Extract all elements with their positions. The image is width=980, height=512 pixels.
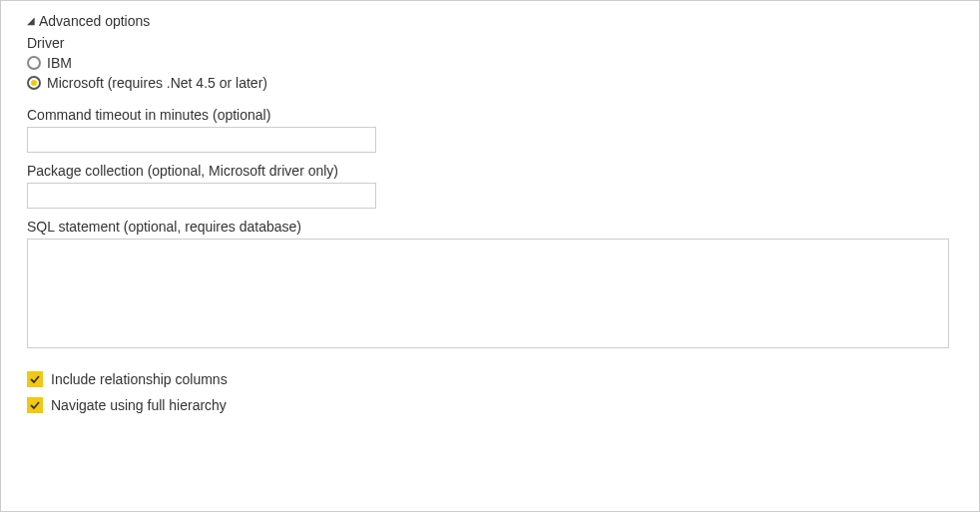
radio-icon xyxy=(27,76,41,90)
navigate-hierarchy-checkbox[interactable]: Navigate using full hierarchy xyxy=(27,397,953,413)
package-collection-input[interactable] xyxy=(27,183,376,209)
package-collection-group: Package collection (optional, Microsoft … xyxy=(27,163,953,209)
timeout-label: Command timeout in minutes (optional) xyxy=(27,107,953,123)
sql-statement-label: SQL statement (optional, requires databa… xyxy=(27,219,953,235)
advanced-options-expander[interactable]: ◢ Advanced options xyxy=(27,13,953,29)
radio-icon xyxy=(27,56,41,70)
radio-dot-icon xyxy=(31,80,37,86)
driver-group: Driver IBM Microsoft (requires .Net 4.5 … xyxy=(27,35,953,91)
timeout-group: Command timeout in minutes (optional) xyxy=(27,107,953,153)
timeout-input[interactable] xyxy=(27,127,376,153)
checkbox-icon xyxy=(27,371,43,387)
include-relationship-checkbox[interactable]: Include relationship columns xyxy=(27,371,953,387)
include-relationship-label: Include relationship columns xyxy=(51,371,228,387)
driver-ibm-label: IBM xyxy=(47,55,72,71)
advanced-options-panel: ◢ Advanced options Driver IBM Microsoft … xyxy=(0,0,980,512)
driver-microsoft-radio[interactable]: Microsoft (requires .Net 4.5 or later) xyxy=(27,75,953,91)
checkmark-icon xyxy=(29,373,41,385)
package-collection-label: Package collection (optional, Microsoft … xyxy=(27,163,953,179)
driver-microsoft-label: Microsoft (requires .Net 4.5 or later) xyxy=(47,75,267,91)
sql-statement-input[interactable] xyxy=(27,239,949,348)
sql-statement-group: SQL statement (optional, requires databa… xyxy=(27,219,953,351)
expander-arrow-icon: ◢ xyxy=(27,16,35,26)
expander-title: Advanced options xyxy=(39,13,150,29)
driver-label: Driver xyxy=(27,35,953,51)
checkbox-icon xyxy=(27,397,43,413)
checkmark-icon xyxy=(29,399,41,411)
driver-ibm-radio[interactable]: IBM xyxy=(27,55,953,71)
navigate-hierarchy-label: Navigate using full hierarchy xyxy=(51,397,227,413)
